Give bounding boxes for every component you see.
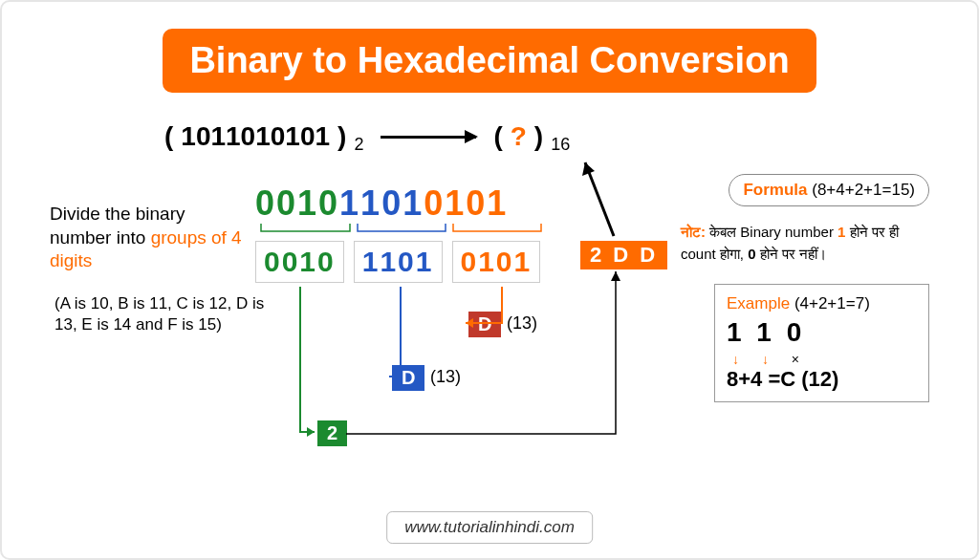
base-to: 16 <box>551 135 570 155</box>
paren-open: ( <box>164 121 173 152</box>
example-box: Example (4+2+1=7) 1 1 0 ↓ ↓ × 8+4 =C (12… <box>714 284 929 402</box>
arrow-right-icon <box>381 136 476 139</box>
paren-close-2: ) <box>534 121 543 152</box>
padded-binary: 001011010101 <box>255 183 508 224</box>
example-arrows: ↓ ↓ × <box>732 352 917 367</box>
group3-hex-badge: D <box>468 312 501 337</box>
diagram-content: ( 1011010101 ) 2 ( ? ) 16 001011010101 D… <box>31 117 948 518</box>
example-calc: 8+4 =C (12) <box>727 367 917 392</box>
paren-close: ) <box>337 121 346 152</box>
question-mark: ? <box>511 121 527 152</box>
example-label: Example <box>727 294 790 312</box>
problem-statement: ( 1011010101 ) 2 ( ? ) 16 <box>164 121 570 152</box>
binary-groups: 0010 1101 0101 <box>255 241 540 283</box>
result-badge: 2 D D <box>580 241 667 269</box>
svg-marker-2 <box>582 162 595 176</box>
padded-group-1: 0010 <box>255 183 339 223</box>
group-box-3: 0101 <box>452 241 541 283</box>
example-expr: (4+2+1=7) <box>794 294 870 312</box>
base-from: 2 <box>354 135 363 155</box>
paren-open-2: ( <box>493 121 502 152</box>
padded-group-3: 0101 <box>424 183 508 223</box>
note-text: नोट: केबल Binary number 1 होने पर ही cou… <box>681 222 929 265</box>
formula-expr: (8+4+2+1=15) <box>812 181 915 199</box>
page-title: Binary to Hexadecimal Conversion <box>163 29 816 93</box>
padded-group-2: 1101 <box>339 183 424 223</box>
svg-marker-3 <box>611 271 620 281</box>
website-link: www.tutorialinhindi.com <box>386 511 593 544</box>
group1-hex-badge: 2 <box>317 420 347 446</box>
formula-label: Formula <box>743 181 807 199</box>
hex-letter-map: (A is 10, B is 11, C is 12, D is 13, E i… <box>54 293 274 335</box>
group3-decimal: (13) <box>507 313 537 334</box>
group2-hex-badge: D <box>392 365 424 391</box>
group2-decimal: (13) <box>430 367 461 387</box>
group-box-2: 1101 <box>354 241 443 283</box>
svg-marker-1 <box>307 427 315 437</box>
instruction-text: Divide the binary number into groups of … <box>50 203 250 273</box>
binary-number: 1011010101 <box>181 121 330 152</box>
note-label: नोट: <box>681 224 706 240</box>
group-box-1: 0010 <box>255 241 344 283</box>
formula-pill: Formula (8+4+2+1=15) <box>729 174 929 206</box>
example-bits: 1 1 0 <box>727 317 917 348</box>
